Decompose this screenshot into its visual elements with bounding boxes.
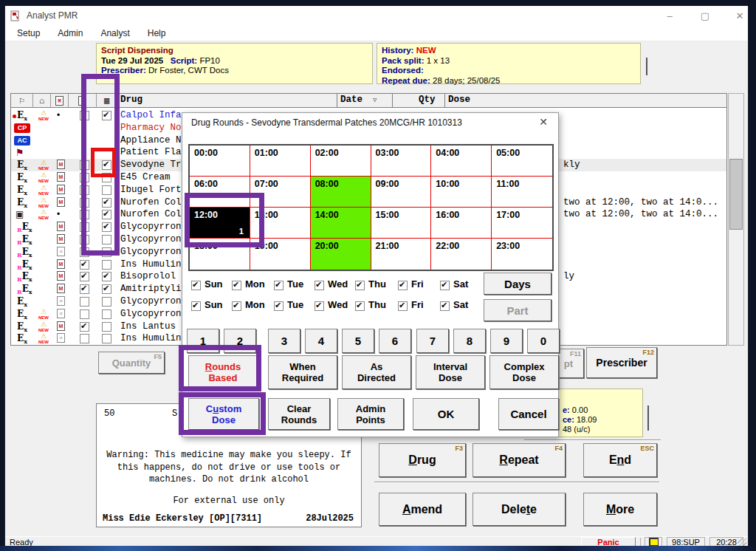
time-cell[interactable]: 01:00 — [250, 146, 311, 177]
day-checkbox-thu[interactable]: Thu — [355, 299, 386, 311]
col-qty[interactable]: Qty — [419, 95, 436, 105]
time-cell[interactable]: 06:00 — [190, 177, 250, 208]
time-cell[interactable]: 21:00 — [371, 239, 432, 270]
row-checkbox-1[interactable] — [80, 284, 89, 294]
row-checkbox-1[interactable] — [80, 111, 89, 120]
row-checkbox-2[interactable] — [102, 185, 111, 195]
row-checkbox-2[interactable] — [102, 260, 111, 270]
time-cell[interactable]: 00:00 — [190, 146, 250, 177]
row-checkbox-1[interactable] — [80, 235, 89, 244]
time-cell[interactable]: 16:00 — [431, 208, 492, 239]
complex-dose-button[interactable]: ComplexDose — [489, 355, 559, 389]
time-cell[interactable]: 23:00 — [492, 239, 552, 270]
row-checkbox-1[interactable] — [80, 247, 89, 257]
time-cell[interactable]: 17:00 — [492, 208, 552, 239]
row-checkbox-1[interactable] — [80, 173, 89, 182]
day-checkbox-wed[interactable]: Wed — [315, 278, 348, 290]
close-icon[interactable]: ✕ — [725, 6, 755, 25]
admin-points-button[interactable]: AdminPoints — [337, 398, 404, 430]
digit-button-8[interactable]: 8 — [453, 329, 486, 353]
row-checkbox-1[interactable] — [80, 198, 89, 208]
digit-button-7[interactable]: 7 — [416, 329, 449, 353]
prescriber-button[interactable]: PrescriberF12 — [586, 347, 657, 378]
grid-icon[interactable]: ▦ — [97, 94, 117, 108]
time-cell[interactable]: 19:00 — [250, 239, 311, 270]
digit-button-5[interactable]: 5 — [342, 329, 374, 353]
menu-setup[interactable]: Setup — [10, 27, 47, 40]
day-checkbox-fri[interactable]: Fri — [398, 299, 424, 311]
time-cell[interactable]: 15:00 — [371, 208, 432, 239]
digit-button-9[interactable]: 9 — [490, 329, 523, 353]
day-checkbox-mon[interactable]: Mon — [232, 299, 265, 311]
day-checkbox-fri[interactable]: Fri — [398, 278, 424, 290]
table-scrollbar[interactable] — [728, 93, 744, 346]
row-checkbox-2[interactable] — [102, 173, 111, 182]
row-checkbox-1[interactable] — [80, 160, 89, 170]
row-checkbox-2[interactable] — [102, 322, 111, 332]
day-checkbox-tue[interactable]: Tue — [274, 299, 303, 311]
pharmacy-icon[interactable]: ⌂ — [33, 94, 51, 108]
time-cell[interactable]: 07:00 — [250, 177, 311, 208]
row-checkbox-2[interactable] — [102, 222, 111, 232]
time-cell[interactable]: 14:00 — [311, 208, 371, 239]
repeat-button[interactable]: RepeatF4 — [472, 443, 566, 477]
row-checkbox-1[interactable] — [80, 222, 89, 232]
row-checkbox-1[interactable] — [80, 297, 89, 307]
maximize-icon[interactable]: ▢ — [690, 6, 720, 25]
time-cell[interactable]: 20:00 — [311, 239, 371, 270]
document-m-icon[interactable]: M — [51, 94, 69, 108]
digit-button-2[interactable]: 2 — [224, 329, 256, 353]
row-checkbox-1[interactable] — [80, 185, 89, 195]
col-dose[interactable]: Dose — [448, 95, 470, 105]
time-cell[interactable]: 13:00 — [250, 208, 311, 239]
row-checkbox-2[interactable] — [102, 309, 111, 319]
days-button[interactable]: Days — [484, 273, 551, 295]
time-cell[interactable]: 11:00 — [492, 177, 552, 208]
row-checkbox-1[interactable] — [80, 334, 89, 343]
row-checkbox-2[interactable] — [102, 210, 111, 219]
digit-button-4[interactable]: 4 — [305, 329, 337, 353]
ok-button[interactable]: OK — [413, 398, 479, 430]
row-checkbox-2[interactable] — [102, 160, 111, 170]
digit-button-1[interactable]: 1 — [187, 329, 219, 353]
day-checkbox-thu[interactable]: Thu — [355, 278, 386, 290]
custom-dose-button[interactable]: CustomDose — [188, 398, 259, 430]
flag-icon[interactable]: ⚐ — [11, 94, 33, 108]
part-button[interactable]: Part — [484, 299, 551, 321]
time-cell[interactable]: 12:001 — [190, 208, 250, 239]
col-date[interactable]: Date▽ — [340, 95, 377, 105]
row-checkbox-1[interactable] — [80, 260, 89, 270]
when-required-button[interactable]: WhenRequired — [268, 355, 337, 389]
digit-button-3[interactable]: 3 — [268, 329, 300, 353]
day-checkbox-sun[interactable]: Sun — [191, 278, 223, 290]
resize-grip[interactable] — [738, 538, 746, 547]
delete-button[interactable]: Delete — [472, 493, 566, 526]
more-button[interactable]: More — [583, 493, 657, 526]
scrollbar-thumb[interactable] — [729, 159, 743, 230]
digit-button-6[interactable]: 6 — [379, 329, 411, 353]
panic-button[interactable]: Panic — [581, 537, 636, 547]
row-checkbox-1[interactable] — [80, 210, 89, 219]
menu-admin[interactable]: Admin — [50, 27, 90, 40]
row-checkbox-2[interactable] — [102, 334, 111, 343]
rounds-based-button[interactable]: RoundsBased — [188, 355, 258, 389]
digit-button-0[interactable]: 0 — [527, 329, 560, 353]
clear-rounds-button[interactable]: ClearRounds — [268, 398, 330, 430]
day-checkbox-sat[interactable]: Sat — [440, 278, 468, 290]
time-cell[interactable]: 02:00 — [311, 146, 371, 177]
quantity-button[interactable]: QuantityF5 — [98, 352, 165, 374]
time-cell[interactable]: 18:00 — [190, 239, 250, 270]
day-checkbox-wed[interactable]: Wed — [315, 299, 348, 311]
time-cell[interactable]: 03:00 — [371, 146, 432, 177]
row-checkbox-2[interactable] — [102, 198, 111, 208]
menu-analyst[interactable]: Analyst — [93, 27, 137, 40]
dosette-icon[interactable] — [645, 537, 662, 547]
as-directed-button[interactable]: AsDirected — [342, 355, 411, 389]
amend-button[interactable]: Amend — [379, 493, 466, 526]
time-cell[interactable]: 05:00 — [492, 146, 552, 177]
col-drug[interactable]: Drug — [120, 95, 142, 105]
menu-help[interactable]: Help — [140, 27, 173, 40]
time-cell[interactable]: 09:00 — [371, 177, 432, 208]
day-checkbox-mon[interactable]: Mon — [232, 278, 265, 290]
drug-button[interactable]: DrugF3 — [379, 443, 466, 477]
